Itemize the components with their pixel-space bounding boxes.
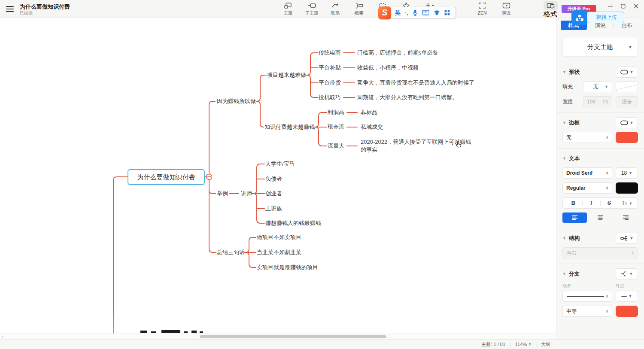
- menu-icon[interactable]: [5, 5, 15, 13]
- fill-color-swatch[interactable]: [616, 81, 638, 92]
- shape-style-dropdown[interactable]: ▼: [616, 67, 638, 78]
- topic-b1-1-1[interactable]: 传统电商: [319, 49, 341, 57]
- topic-b1-2-1[interactable]: 利润高: [328, 109, 344, 116]
- topic-b1-1-4-detail[interactable]: 周期短，大部分人没有吃到第一口螃蟹。: [357, 94, 458, 101]
- line-style-spinner[interactable]: ▲▼: [562, 291, 612, 302]
- line-width-spinner[interactable]: 中等 ▲▼: [562, 306, 612, 317]
- topic-b1-2-3[interactable]: 流量大: [328, 142, 344, 150]
- collapse-chevron-icon[interactable]: ▼: [562, 272, 566, 276]
- width-input[interactable]: 198 PX: [583, 96, 612, 107]
- bold-button[interactable]: B: [565, 200, 582, 206]
- strikethrough-button[interactable]: S: [601, 200, 618, 206]
- scrollbar-thumb[interactable]: [200, 335, 386, 338]
- root-topic[interactable]: 为什么要做知识付费: [128, 169, 205, 185]
- toolbar-subtopic-button[interactable]: 子主题: [304, 1, 320, 16]
- sogou-logo-icon[interactable]: S: [378, 6, 391, 19]
- horizontal-scrollbar[interactable]: ‹: [0, 334, 556, 339]
- topic-b1-1-3-detail[interactable]: 竞争大，直播带货现在不是普通人入局的时候了: [357, 79, 474, 87]
- branch-color-swatch[interactable]: [616, 306, 638, 317]
- topic-b3-2[interactable]: 当韭菜不如割韭菜: [257, 249, 301, 256]
- structure-type-dropdown[interactable]: ▼: [616, 233, 638, 244]
- topic-type-selector[interactable]: 分支主题 ▼: [562, 37, 638, 57]
- topic-b3-1[interactable]: 做项目不如卖项目: [257, 234, 301, 241]
- topic-b2[interactable]: 举例: [217, 190, 228, 197]
- topic-b1-1-1-detail[interactable]: 门槛高，店铺押金，前期s单必备: [357, 49, 438, 57]
- structure-direction-spinner[interactable]: 向右 ▲▼: [562, 247, 638, 258]
- topic-b2-1-5[interactable]: 赚想赚钱人的钱最赚钱: [265, 219, 321, 227]
- spinner-icon[interactable]: ▲▼: [606, 186, 608, 190]
- close-button[interactable]: [629, 0, 642, 12]
- topic-b1-1-4[interactable]: 投机取巧: [319, 94, 341, 101]
- format-button[interactable]: 格式: [542, 1, 559, 19]
- align-right-button[interactable]: [614, 212, 638, 223]
- border-width-spinner[interactable]: 无 ▲▼: [562, 132, 612, 143]
- fill-dropdown[interactable]: 无▼: [583, 81, 612, 92]
- toolbar-topic-button[interactable]: 主题: [280, 1, 296, 16]
- toolbar-right: ZEN 演说: [474, 1, 514, 16]
- spinner-icon[interactable]: ▲▼: [606, 294, 608, 298]
- toolbar-relation-button[interactable]: 联系: [327, 1, 343, 16]
- border-style-dropdown[interactable]: ▼: [616, 117, 638, 128]
- align-left-button[interactable]: [562, 212, 587, 223]
- topic-b1-1-2-detail[interactable]: 收益低，小程序，中视频: [357, 64, 419, 72]
- zoom-spinner-icon[interactable]: ▲▼: [529, 342, 531, 346]
- collapse-toggle[interactable]: [207, 174, 212, 180]
- rounded-rect-icon: [620, 70, 628, 75]
- branch-curve-icon: [621, 271, 628, 276]
- ime-skin-icon[interactable]: [434, 10, 440, 15]
- collapse-chevron-icon[interactable]: ▼: [562, 236, 566, 240]
- present-button[interactable]: 演说: [498, 1, 514, 16]
- zen-mode-button[interactable]: ZEN: [474, 1, 490, 16]
- mindmap-canvas[interactable]: 为什么要做知识付费 因为赚钱所以做 项目越来越难做 传统电商 门槛高，店铺押金，…: [0, 18, 556, 334]
- window-controls: [604, 0, 642, 12]
- align-center-button[interactable]: [588, 212, 613, 223]
- ime-language-toggle[interactable]: 英: [395, 9, 401, 17]
- section-structure: ▼ 结构 ▼: [562, 233, 638, 244]
- fit-button[interactable]: 适合: [616, 96, 638, 107]
- spinner-icon[interactable]: ▲▼: [606, 136, 608, 140]
- font-weight-spinner[interactable]: Regular ▲▼: [562, 182, 612, 194]
- format-icon: [544, 1, 558, 10]
- toolbar-summary-button[interactable]: 概要: [351, 1, 367, 16]
- branch-style-dropdown[interactable]: ▼: [616, 268, 638, 279]
- align-center-icon: [597, 215, 604, 220]
- topic-b3[interactable]: 总结三句话: [217, 249, 245, 256]
- ime-mic-icon[interactable]: [413, 9, 418, 16]
- fill-label: 填充: [562, 83, 580, 91]
- border-color-swatch[interactable]: [616, 132, 638, 143]
- zoom-control[interactable]: 114% ▲▼: [515, 342, 531, 347]
- italic-button[interactable]: I: [583, 200, 600, 206]
- spinner-icon[interactable]: ▲▼: [606, 310, 608, 313]
- collapse-chevron-icon[interactable]: ▼: [562, 70, 566, 74]
- outline-button[interactable]: 大纲: [541, 341, 550, 348]
- endpoint-dropdown[interactable]: —▼: [616, 291, 638, 302]
- ime-punctuation-toggle[interactable]: ·,: [405, 9, 408, 16]
- minimize-button[interactable]: [604, 0, 617, 12]
- topic-b1-2[interactable]: 知识付费越来越赚钱: [264, 123, 315, 131]
- topic-b1-2-2[interactable]: 现金流: [328, 123, 344, 131]
- collapse-chevron-icon[interactable]: ▼: [562, 121, 566, 125]
- topic-b1-1-3[interactable]: 平台带货: [319, 79, 341, 87]
- ime-keyboard-icon[interactable]: [422, 10, 429, 15]
- topic-b1-2-1-detail[interactable]: 非标品: [361, 109, 377, 116]
- spinner-icon[interactable]: ▲▼: [606, 171, 608, 175]
- topic-b2-1-1[interactable]: 大学生/宝马: [265, 160, 295, 168]
- topic-b3-3[interactable]: 卖项目就是最赚钱的项目: [257, 264, 318, 271]
- topic-b1-1-2[interactable]: 平台补贴: [319, 64, 341, 72]
- topic-b2-1-4[interactable]: 上班族: [265, 205, 282, 212]
- ime-toolbox-icon[interactable]: [444, 10, 450, 15]
- topic-b1-1[interactable]: 项目越来越难做: [267, 71, 306, 79]
- collapse-chevron-icon[interactable]: ▼: [562, 156, 566, 161]
- topic-b1-2-2-detail[interactable]: 私域成交: [361, 123, 383, 131]
- topic-b2-1[interactable]: 讲师: [241, 190, 252, 197]
- text-case-dropdown[interactable]: Tт ▼: [618, 200, 636, 206]
- clipped-text-fragment: [140, 331, 147, 333]
- maximize-button[interactable]: [617, 0, 629, 12]
- font-color-swatch[interactable]: [616, 182, 638, 194]
- topic-b2-1-2[interactable]: 负债者: [265, 175, 282, 183]
- netdisk-upload-icon[interactable]: [571, 10, 587, 25]
- topic-b1[interactable]: 因为赚钱所以做: [217, 97, 256, 105]
- font-size-dropdown[interactable]: 18▼: [616, 167, 638, 179]
- font-family-spinner[interactable]: Droid Serif ▲▼: [562, 167, 612, 179]
- topic-b2-1-3[interactable]: 创业者: [265, 190, 282, 197]
